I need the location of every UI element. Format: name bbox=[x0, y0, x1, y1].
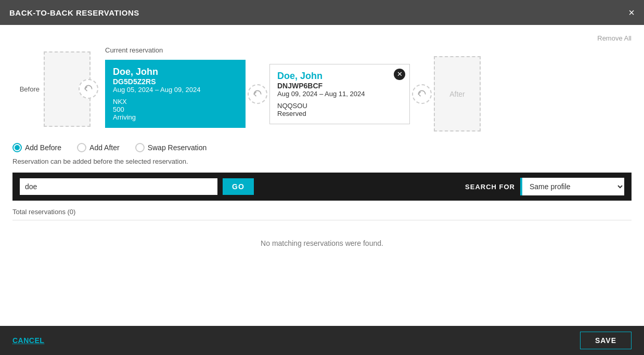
add-after-radio[interactable] bbox=[77, 143, 86, 152]
swap-after-button[interactable] bbox=[412, 84, 432, 104]
options-row: Add Before Add After Swap Reservation bbox=[12, 143, 632, 152]
active-card-number: 500 bbox=[113, 106, 238, 113]
no-results-message: No matching reservations were found. bbox=[12, 223, 632, 263]
search-input[interactable] bbox=[20, 178, 217, 195]
secondary-card-dates: Aug 09, 2024 – Aug 11, 2024 bbox=[277, 90, 402, 98]
modal: BACK-TO-BACK RESERVATIONS × Remove All B… bbox=[0, 0, 644, 355]
search-for-label: SEARCH FOR bbox=[465, 183, 515, 191]
active-card-dates: Aug 05, 2024 – Aug 09, 2024 bbox=[113, 86, 238, 94]
add-before-option[interactable]: Add Before bbox=[12, 143, 61, 152]
add-before-label: Add Before bbox=[25, 143, 61, 152]
secondary-reservation-card: ✕ Doe, John DNJWP6BCF Aug 09, 2024 – Aug… bbox=[269, 64, 410, 124]
close-button[interactable]: × bbox=[628, 7, 635, 18]
save-button[interactable]: SAVE bbox=[580, 332, 632, 349]
modal-body: Remove All Before Current reservation bbox=[0, 25, 644, 326]
results-header: Total reservations (0) bbox=[12, 208, 632, 220]
after-label: After bbox=[449, 90, 465, 98]
search-bar: GO SEARCH FOR Same profile Different pro… bbox=[12, 173, 632, 201]
secondary-card-close-button[interactable]: ✕ bbox=[394, 69, 405, 80]
reservations-row: Before Current reservation Doe, John bbox=[12, 46, 632, 132]
after-slot: After bbox=[434, 56, 481, 132]
active-card-status: Arriving bbox=[113, 113, 238, 121]
secondary-card-name: Doe, John bbox=[277, 71, 402, 82]
swap-after-icon bbox=[417, 89, 427, 99]
modal-header: BACK-TO-BACK RESERVATIONS × bbox=[0, 0, 644, 25]
cancel-button[interactable]: CANCEL bbox=[12, 336, 44, 345]
swap-middle-icon bbox=[252, 89, 263, 99]
active-card-id: DG5D5Z2RS bbox=[113, 77, 238, 86]
modal-title: BACK-TO-BACK RESERVATIONS bbox=[9, 8, 139, 17]
active-reservation-card: Doe, John DG5D5Z2RS Aug 05, 2024 – Aug 0… bbox=[105, 60, 246, 128]
current-reservation-label: Current reservation bbox=[105, 46, 481, 54]
swap-before-button[interactable] bbox=[79, 79, 98, 99]
hint-text: Reservation can be added before the sele… bbox=[12, 157, 632, 165]
remove-all-button[interactable]: Remove All bbox=[597, 34, 632, 42]
secondary-card-location: NQQSOU bbox=[277, 102, 402, 110]
swap-reservation-option[interactable]: Swap Reservation bbox=[135, 143, 207, 152]
modal-footer: CANCEL SAVE bbox=[0, 326, 644, 355]
go-button[interactable]: GO bbox=[223, 178, 254, 195]
swap-middle-button[interactable] bbox=[248, 84, 267, 104]
secondary-card-status: Reserved bbox=[277, 110, 402, 117]
add-after-option[interactable]: Add After bbox=[77, 143, 120, 152]
secondary-card-id: DNJWP6BCF bbox=[277, 82, 402, 90]
swap-reservation-label: Swap Reservation bbox=[148, 143, 207, 152]
search-for-select[interactable]: Same profile Different profile bbox=[520, 178, 624, 195]
add-before-radio[interactable] bbox=[12, 143, 22, 152]
before-label: Before bbox=[12, 85, 44, 93]
swap-before-icon bbox=[83, 84, 94, 94]
active-card-location: NKX bbox=[113, 98, 238, 106]
active-card-name: Doe, John bbox=[113, 67, 238, 77]
remove-all-row: Remove All bbox=[12, 34, 632, 42]
add-after-label: Add After bbox=[89, 143, 120, 152]
swap-reservation-radio[interactable] bbox=[135, 143, 145, 152]
